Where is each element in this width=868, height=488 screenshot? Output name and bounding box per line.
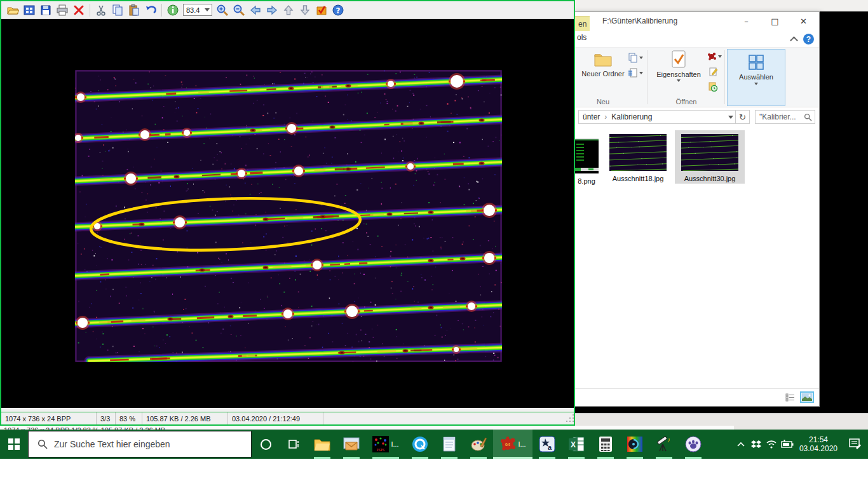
help-icon[interactable]: ? xyxy=(803,34,814,44)
zoom-in-button[interactable] xyxy=(215,3,230,18)
checker-button[interactable] xyxy=(314,3,329,18)
details-view-icon[interactable] xyxy=(785,393,795,402)
resize-grip[interactable] xyxy=(565,414,574,423)
group-label-new: Neu xyxy=(581,98,625,105)
zoom-out-button[interactable] xyxy=(231,3,247,18)
background-window-top xyxy=(574,0,868,11)
large-icons-view-icon[interactable] xyxy=(800,391,814,403)
file-item[interactable]: 8.png xyxy=(574,138,599,185)
toolbar-separator xyxy=(90,4,90,17)
taskbar-app-astro-a[interactable]: a xyxy=(532,430,562,459)
taskbar-app-explorer-folder[interactable] xyxy=(308,430,337,459)
taskbar-app-excel[interactable]: X xyxy=(562,430,591,459)
running-indicator xyxy=(470,457,487,459)
new-item-icon xyxy=(628,68,638,78)
select-button[interactable]: Auswählen xyxy=(727,49,785,106)
start-button[interactable] xyxy=(0,430,28,459)
file-item[interactable]: Ausschnitt18.jpg xyxy=(609,134,667,182)
new-folder-icon xyxy=(593,50,613,68)
ribbon-tab-fragment[interactable]: ols xyxy=(574,33,587,42)
delete-button[interactable] xyxy=(71,3,86,18)
taskbar-app-irfanview[interactable]: 64I... xyxy=(493,430,532,459)
paw-icon xyxy=(685,436,702,452)
explorer-titlebar[interactable]: en F:\Günter\Kalibrierung – □ ✕ xyxy=(574,12,819,31)
copy-button[interactable] xyxy=(110,3,125,18)
collapse-ribbon-icon[interactable] xyxy=(790,36,798,44)
new-item-button[interactable] xyxy=(628,68,643,78)
irfanview-toolbar: 83.4? xyxy=(1,1,574,19)
taskbar-app-paw[interactable] xyxy=(679,430,708,459)
next-button[interactable] xyxy=(264,3,280,18)
breadcrumb-crumb[interactable]: ünter xyxy=(583,112,600,121)
thumbnails-button[interactable] xyxy=(22,3,37,18)
taskbar-app-spectrum-app[interactable] xyxy=(620,430,649,459)
image-canvas[interactable] xyxy=(1,19,574,408)
prev-button[interactable] xyxy=(248,3,263,18)
cut-button[interactable] xyxy=(93,3,109,18)
search-icon xyxy=(37,439,48,449)
taskbar-app-calculator[interactable] xyxy=(591,430,620,459)
status-datetime: 03.04.2020 / 21:12:49 xyxy=(228,412,323,424)
taskbar-app-isis[interactable]: ISISI... xyxy=(366,430,405,459)
properties-button[interactable]: Eigenschaften xyxy=(652,50,705,82)
cortana-icon xyxy=(261,439,271,450)
taskbar-app-telescope[interactable] xyxy=(649,430,679,459)
new-folder-button[interactable]: Neuer Ordner xyxy=(581,50,625,78)
running-indicator xyxy=(372,457,399,459)
maximize-button[interactable]: □ xyxy=(761,12,789,30)
first-button[interactable] xyxy=(281,3,296,18)
search-placeholder-text: Zur Suche Text hier eingeben xyxy=(54,439,170,449)
file-name: 8.png xyxy=(578,177,595,185)
file-item[interactable]: Ausschnitt30.jpg xyxy=(675,130,745,184)
running-indicator xyxy=(343,457,360,459)
taskbar-app-quick-assist[interactable] xyxy=(405,430,435,459)
taskbar-app-label: I... xyxy=(518,440,526,448)
edit-button[interactable] xyxy=(708,67,718,77)
copy-path-button[interactable] xyxy=(628,53,643,63)
address-dropdown-icon[interactable] xyxy=(728,116,733,119)
refresh-button[interactable]: ↻ xyxy=(736,110,750,124)
dropbox-icon[interactable] xyxy=(749,430,764,459)
running-indicator xyxy=(568,457,585,459)
svg-text:a: a xyxy=(548,444,552,451)
history-button[interactable] xyxy=(708,82,718,92)
taskbar-clock[interactable]: 21:54 03.04.2020 xyxy=(794,435,843,453)
undo-button[interactable] xyxy=(143,3,158,18)
svg-text:ISIS: ISIS xyxy=(377,447,385,452)
svg-text:64: 64 xyxy=(505,442,510,447)
open-button[interactable] xyxy=(5,3,20,18)
svg-text:X: X xyxy=(571,440,576,449)
minimize-button[interactable]: – xyxy=(732,12,761,30)
wifi-icon[interactable] xyxy=(764,430,779,459)
zoom-level-combobox[interactable]: 83.4 xyxy=(183,4,212,16)
help-button[interactable]: ? xyxy=(330,3,346,18)
system-tray: 21:54 03.04.2020 xyxy=(733,430,868,459)
open-with-button[interactable] xyxy=(707,51,722,62)
ribbon-contextual-tab-fragment[interactable]: en xyxy=(574,16,590,31)
pencil-icon xyxy=(708,67,718,77)
windows-logo-icon xyxy=(8,438,20,450)
close-button[interactable]: ✕ xyxy=(789,12,818,30)
taskbar-app-notepad[interactable] xyxy=(435,430,464,459)
action-center-button[interactable] xyxy=(843,430,868,459)
breadcrumb-crumb[interactable]: Kalibrierung xyxy=(611,112,652,121)
running-indicator xyxy=(627,457,643,459)
file-name: Ausschnitt18.jpg xyxy=(613,175,664,182)
task-view-icon xyxy=(287,438,300,450)
info-button[interactable] xyxy=(165,3,180,18)
last-button[interactable] xyxy=(297,3,313,18)
status-zoom: 83 % xyxy=(116,412,142,424)
cortana-button[interactable] xyxy=(252,430,280,459)
taskbar-app-mail[interactable] xyxy=(337,430,366,459)
tray-expand-icon[interactable] xyxy=(733,430,749,459)
breadcrumb[interactable]: ünter › Kalibrierung xyxy=(578,110,736,124)
taskbar-search-input[interactable]: Zur Suche Text hier eingeben xyxy=(28,431,252,458)
paste-button[interactable] xyxy=(126,3,142,18)
task-view-button[interactable] xyxy=(280,430,308,459)
save-button[interactable] xyxy=(38,3,53,18)
explorer-search-input[interactable]: "Kalibrier... xyxy=(755,110,815,124)
print-button[interactable] xyxy=(55,3,70,18)
battery-icon[interactable] xyxy=(779,430,794,459)
ribbon-separator xyxy=(647,50,648,104)
taskbar-app-paint[interactable] xyxy=(464,430,493,459)
